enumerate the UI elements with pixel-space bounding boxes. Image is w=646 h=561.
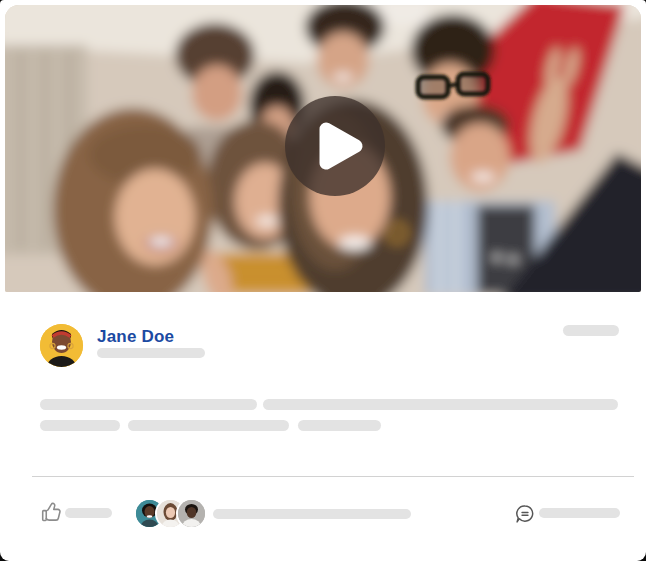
post-timestamp-placeholder [563, 325, 619, 336]
post-card: Jane Doe [0, 0, 646, 561]
video-thumbnail[interactable] [5, 5, 641, 292]
post-text-placeholder [298, 420, 381, 431]
author-name[interactable]: Jane Doe [97, 327, 174, 347]
comment-count-placeholder [539, 508, 620, 518]
play-button[interactable] [285, 96, 385, 196]
play-icon [285, 96, 385, 196]
reaction-avatar[interactable] [178, 500, 205, 527]
post-text-placeholder [40, 399, 257, 410]
author-avatar-illustration [40, 324, 83, 367]
post-text-placeholder [40, 420, 120, 431]
divider [32, 476, 634, 477]
comment-bubble-icon[interactable] [514, 503, 536, 525]
post-text-placeholder [128, 420, 289, 431]
author-avatar[interactable] [40, 324, 83, 367]
thumbs-up-icon[interactable] [40, 500, 65, 525]
like-count-placeholder [65, 508, 112, 518]
reaction-avatar-illustration [178, 500, 205, 527]
reactions-summary-placeholder [213, 509, 411, 519]
post-text-placeholder [263, 399, 618, 410]
author-subtitle-placeholder [97, 348, 205, 358]
